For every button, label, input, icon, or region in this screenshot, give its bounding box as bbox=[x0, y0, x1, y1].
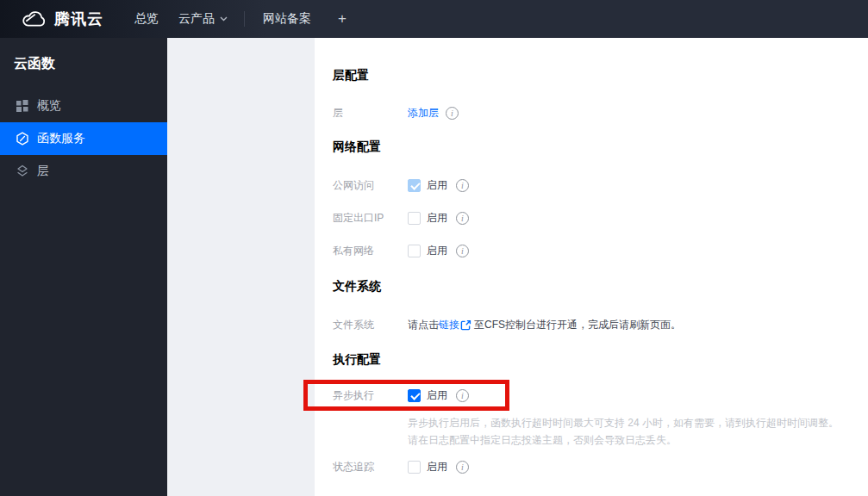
form-row-private-network: 私有网络 启用 bbox=[333, 242, 868, 259]
external-link-icon bbox=[460, 319, 471, 333]
sidebar-item-label: 层 bbox=[37, 164, 49, 179]
form-row-public-access: 公网访问 启用 bbox=[333, 177, 868, 194]
info-icon[interactable] bbox=[456, 212, 469, 225]
checkbox-label-enable: 启用 bbox=[427, 460, 447, 474]
form-row-fixed-egress-ip: 固定出口IP 启用 bbox=[333, 209, 868, 226]
sidebar-item-overview[interactable]: 概览 bbox=[0, 90, 167, 122]
field-label-async-execution: 异步执行 bbox=[333, 388, 408, 403]
nav-cloud-products[interactable]: 云产品 bbox=[178, 11, 228, 27]
form-row-filesystem: 文件系统 请点击 链接 至CFS控制台进行开通，完成后请刷新页面。 bbox=[333, 316, 868, 333]
topbar-divider bbox=[244, 11, 245, 27]
form-row-status-tracing: 状态追踪 启用 bbox=[333, 458, 868, 475]
field-label-layer: 层 bbox=[333, 106, 408, 121]
function-hexagon-icon bbox=[16, 132, 29, 146]
cfs-console-link[interactable]: 链接 bbox=[439, 318, 459, 332]
grid-icon bbox=[16, 99, 29, 113]
tencent-cloud-logo[interactable]: 腾讯云 bbox=[19, 9, 103, 29]
sidebar-item-layers[interactable]: 层 bbox=[0, 155, 167, 188]
settings-panel: 层配置 层 添加层 网络配置 公网访问 启用 固定出口IP 启用 私有网络 启用… bbox=[315, 38, 868, 496]
cloud-logo-icon bbox=[19, 9, 47, 28]
async-description-line2: 请在日志配置中指定日志投递主题，否则会导致日志丢失。 bbox=[408, 431, 865, 449]
info-icon[interactable] bbox=[456, 179, 469, 192]
sidebar-item-label: 函数服务 bbox=[37, 131, 85, 146]
section-heading-network-config: 网络配置 bbox=[333, 140, 868, 152]
info-icon[interactable] bbox=[456, 461, 469, 474]
async-execution-description: 异步执行启用后，函数执行超时时间最大可支持 24 小时，如有需要，请到执行超时时… bbox=[408, 414, 865, 449]
info-icon[interactable] bbox=[446, 107, 459, 120]
field-label-status-tracing: 状态追踪 bbox=[333, 460, 408, 474]
field-label-private-network: 私有网络 bbox=[333, 244, 408, 258]
brand-name: 腾讯云 bbox=[54, 9, 103, 29]
checkbox-fixed-egress-ip[interactable] bbox=[408, 212, 421, 225]
sidebar-item-function-service[interactable]: 函数服务 bbox=[0, 122, 167, 155]
nav-cloud-products-label: 云产品 bbox=[178, 11, 215, 27]
form-row-async-execution: 异步执行 启用 bbox=[333, 387, 868, 404]
async-description-line1: 异步执行启用后，函数执行超时时间最大可支持 24 小时，如有需要，请到执行超时时… bbox=[408, 414, 865, 431]
checkbox-private-network[interactable] bbox=[408, 245, 421, 257]
sidebar-item-label: 概览 bbox=[37, 98, 61, 114]
info-icon[interactable] bbox=[456, 389, 469, 402]
topbar: 腾讯云 总览 云产品 网站备案 + bbox=[0, 0, 868, 38]
section-heading-filesystem: 文件系统 bbox=[333, 280, 868, 292]
checkbox-label-enable: 启用 bbox=[427, 388, 447, 403]
filesystem-hint-suffix: 至CFS控制台进行开通，完成后请刷新页面。 bbox=[474, 318, 681, 332]
checkbox-label-enable: 启用 bbox=[427, 244, 447, 258]
checkbox-public-access[interactable] bbox=[408, 179, 421, 192]
section-heading-execution-config: 执行配置 bbox=[333, 353, 868, 365]
field-label-public-access: 公网访问 bbox=[333, 178, 408, 193]
chevron-down-icon bbox=[220, 16, 228, 22]
nav-beian[interactable]: 网站备案 bbox=[263, 11, 311, 27]
sidebar-menu: 概览 函数服务 层 bbox=[0, 90, 167, 188]
filesystem-hint-prefix: 请点击 bbox=[408, 318, 439, 332]
checkbox-label-enable: 启用 bbox=[427, 211, 447, 226]
checkbox-label-enable: 启用 bbox=[427, 178, 447, 193]
checkbox-status-tracing[interactable] bbox=[408, 461, 421, 474]
checkbox-async-execution[interactable] bbox=[408, 389, 421, 402]
info-icon[interactable] bbox=[456, 245, 469, 257]
add-layer-link[interactable]: 添加层 bbox=[408, 106, 439, 121]
sidebar: 云函数 概览 函数服务 bbox=[0, 38, 167, 496]
field-label-filesystem: 文件系统 bbox=[333, 318, 408, 332]
section-heading-layer-config: 层配置 bbox=[333, 69, 868, 81]
layers-icon bbox=[16, 164, 29, 178]
field-label-fixed-egress-ip: 固定出口IP bbox=[333, 211, 408, 226]
add-nav-tab-button[interactable]: + bbox=[338, 10, 347, 28]
sidebar-title: 云函数 bbox=[0, 38, 167, 73]
nav-overview[interactable]: 总览 bbox=[134, 11, 159, 27]
form-row-layer: 层 添加层 bbox=[333, 104, 868, 121]
